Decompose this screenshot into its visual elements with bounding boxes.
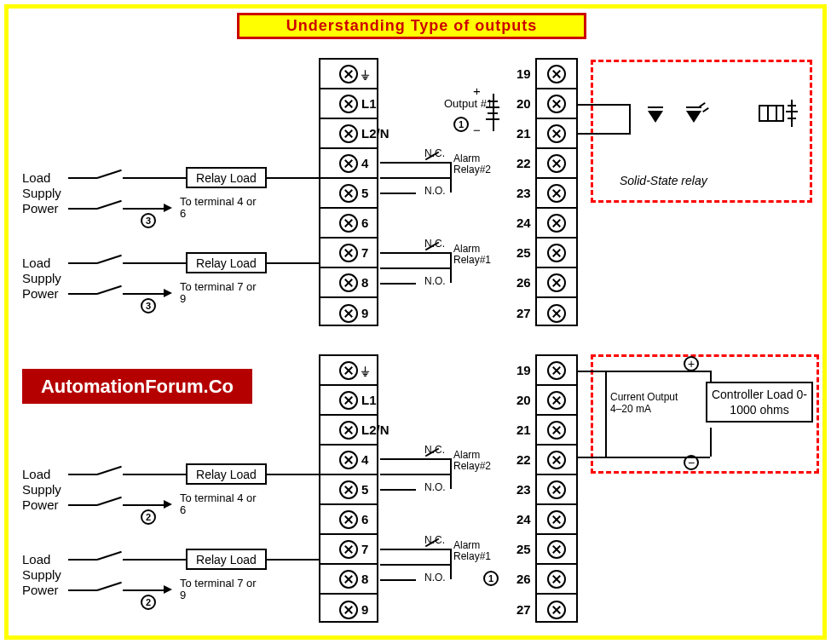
controller-load-text: Controller Load 0-1000 ohms [712, 388, 807, 417]
terminal-26: 26 [537, 565, 576, 595]
wire [380, 474, 450, 475]
arrow-icon [164, 289, 172, 297]
terminal-24: 24 [537, 209, 576, 239]
nc-switch-icon [416, 162, 450, 164]
l2-label: L2/N [361, 126, 390, 141]
wire [68, 504, 97, 506]
terminal-6: 6 [320, 209, 377, 239]
num: 19 [516, 363, 531, 377]
screw-icon [547, 273, 566, 292]
screw-icon [547, 421, 566, 440]
wire [788, 105, 796, 106]
l2-label: L2/N [361, 423, 390, 437]
screw-icon [547, 95, 566, 113]
ground-label: ⏚ [361, 363, 369, 377]
to-terminal-46: To terminal 4 or 6 [180, 492, 257, 517]
plus-terminal-icon: + [684, 356, 699, 371]
terminal-24: 24 [537, 505, 576, 535]
screw-icon [547, 510, 566, 529]
minus-sign: − [473, 123, 481, 137]
terminal-6: 6 [320, 505, 377, 535]
screw-icon [339, 65, 358, 83]
l1-label: L1 [361, 393, 377, 407]
switch-icon [97, 285, 123, 303]
screw-icon [547, 65, 566, 83]
terminal-27: 27 [537, 595, 576, 624]
circle-2: 2 [141, 509, 156, 525]
num: 3 [146, 216, 151, 226]
wire [123, 474, 186, 475]
bottom-right-terminal-block: 19 20 21 22 23 24 25 26 27 [535, 354, 578, 623]
num: 8 [361, 572, 368, 586]
title-text: Understanding Type of outputs [286, 17, 538, 35]
wire [791, 100, 793, 127]
num: 27 [516, 602, 531, 617]
terminal-20: 20 [537, 386, 576, 416]
screw-icon [339, 244, 358, 262]
num: 23 [516, 482, 531, 497]
wire [123, 177, 186, 179]
screw-icon [547, 391, 566, 410]
num: 7 [361, 542, 368, 556]
screw-icon [339, 361, 358, 380]
terminal-4: 4 [320, 149, 377, 179]
wire [123, 504, 164, 506]
wire [710, 371, 712, 382]
switch-icon [97, 581, 123, 600]
screw-icon [339, 510, 358, 529]
wire [123, 208, 164, 210]
relay-load-text: Relay Load [196, 468, 257, 481]
screw-icon [339, 451, 358, 469]
ground-label: ⏚ [361, 66, 369, 81]
screw-icon [547, 570, 566, 589]
terminal-23: 23 [537, 475, 576, 505]
nc-label: N.C. [424, 444, 445, 456]
terminal: L1 [320, 386, 377, 416]
terminal-19: 19 [537, 356, 576, 386]
wire [267, 474, 319, 475]
terminal: ⏚ [320, 356, 377, 386]
arrow-icon [164, 585, 172, 594]
terminal-4: 4 [320, 446, 377, 475]
plus: + [688, 357, 695, 371]
wire [486, 106, 499, 108]
screw-icon [547, 214, 566, 233]
wire [605, 371, 607, 457]
current-output-label: Current Output 4–20 mA [610, 392, 687, 416]
terminal-5: 5 [320, 179, 377, 209]
wire [267, 559, 319, 561]
screw-icon [547, 154, 566, 173]
wire [267, 262, 319, 264]
num: 6 [361, 512, 368, 526]
ssr-label: Solid-State relay [620, 174, 707, 187]
screw-icon [547, 184, 566, 203]
screw-icon [339, 480, 358, 499]
terminal-9: 9 [320, 298, 377, 328]
wire [68, 474, 97, 475]
wire [123, 293, 164, 295]
top-right-terminal-block: 19 20 21 22 23 24 25 26 27 [535, 58, 578, 326]
diode-icon [648, 111, 663, 123]
alarm-relay2-label: Alarm Relay#2 [453, 450, 500, 472]
screw-icon [339, 421, 358, 440]
screw-icon [547, 540, 566, 559]
coil-icon [759, 105, 784, 122]
num: 26 [516, 275, 531, 290]
supply-label: Supply [22, 482, 61, 497]
load-label: Load [22, 552, 50, 566]
relay-load-text: Relay Load [196, 171, 257, 185]
terminal-21: 21 [537, 416, 576, 446]
num: 4 [361, 452, 368, 467]
wire [380, 177, 450, 179]
nc-label: N.C. [424, 147, 445, 159]
num: 20 [516, 393, 531, 407]
circle-3b: 3 [141, 298, 156, 313]
terminal: L2/N [320, 119, 377, 149]
circle-1b: 1 [483, 571, 499, 586]
screw-icon [339, 214, 358, 233]
num: 26 [516, 572, 531, 586]
wire [68, 208, 97, 210]
title-banner: Understanding Type of outputs [237, 13, 586, 39]
wire [68, 293, 97, 295]
num: 8 [361, 275, 368, 290]
